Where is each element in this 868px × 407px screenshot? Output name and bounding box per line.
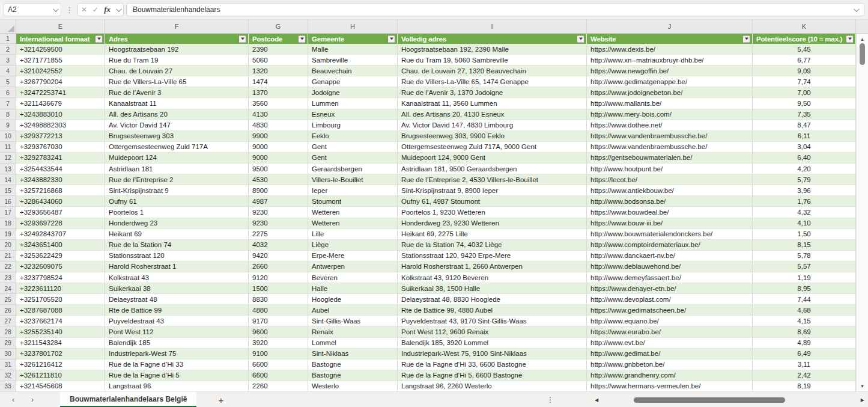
horizontal-scrollbar-thumb[interactable] — [634, 397, 785, 403]
cell-internationaal-formaat[interactable]: +3243883010 — [16, 109, 105, 120]
row-number[interactable]: 24 — [0, 283, 16, 294]
cell-gemeente[interactable]: Stoumont — [308, 196, 398, 207]
cell-website[interactable]: https://www.dexis.be/ — [587, 44, 753, 55]
cell-postcode[interactable]: 4830 — [249, 120, 308, 131]
cell-website[interactable]: https://www.vandenbraembussche.be/ — [587, 131, 753, 142]
cell-postcode[interactable]: 1474 — [249, 76, 308, 87]
cell-volledig-adres[interactable]: Chau. de Louvain 27, 1320 Beauvechain — [398, 66, 587, 76]
row-number[interactable]: 19 — [0, 229, 16, 240]
cell-potentieelscore[interactable]: 4,20 — [753, 164, 856, 174]
filter-dropdown-icon[interactable] — [742, 35, 750, 43]
cell-internationaal-formaat[interactable]: +3267790204 — [16, 76, 105, 87]
name-box[interactable]: A2 — [4, 3, 61, 16]
prev-sheet-icon[interactable]: ‹ — [10, 392, 17, 407]
cell-internationaal-formaat[interactable]: +3257216868 — [16, 185, 105, 196]
cell-gemeente[interactable]: Gent — [308, 153, 398, 164]
column-header-e[interactable]: E — [16, 20, 105, 33]
cell-internationaal-formaat[interactable]: +3261211810 — [16, 370, 105, 381]
row-number[interactable]: 29 — [0, 338, 16, 349]
cell-volledig-adres[interactable]: Astridlaan 181, 9500 Geraardsbergen — [398, 164, 587, 174]
header-cell-potentieelscore[interactable]: Potentieelscore (10 = max.) — [753, 34, 856, 44]
cell-postcode[interactable]: 4987 — [249, 196, 308, 207]
column-header-f[interactable]: F — [105, 20, 249, 33]
column-header-g[interactable]: G — [249, 20, 308, 33]
cell-internationaal-formaat[interactable]: +3232609075 — [16, 262, 105, 272]
cell-internationaal-formaat[interactable]: +3251705520 — [16, 294, 105, 305]
cell-internationaal-formaat[interactable]: +3211543284 — [16, 338, 105, 349]
cell-potentieelscore[interactable]: 7,74 — [753, 76, 856, 87]
cell-adres[interactable]: Honderdweg 23 — [105, 218, 249, 229]
cell-internationaal-formaat[interactable]: +3237662174 — [16, 316, 105, 326]
vertical-scrollbar[interactable]: ▲ ▼ — [856, 34, 868, 391]
cell-website[interactable]: https://lecot.be/ — [587, 174, 753, 185]
cell-website[interactable]: http://www.gedimat.be/ — [587, 349, 753, 360]
sheet-tab-active[interactable]: Bouwmaterialenhandelaars België — [60, 392, 196, 407]
cell-website[interactable]: http://www.mallants.be/ — [587, 98, 753, 109]
cell-adres[interactable]: Brugsesteenweg 303 — [105, 131, 249, 142]
cell-volledig-adres[interactable]: Harold Rosherstraat 1, 2660 Antwerpen — [398, 262, 587, 272]
cell-volledig-adres[interactable]: Pont West 112, 9600 Renaix — [398, 326, 587, 337]
cell-gemeente[interactable]: Esneux — [308, 109, 398, 120]
cell-gemeente[interactable]: Gent — [308, 142, 398, 153]
cell-gemeente[interactable]: Sint-Gillis-Waas — [308, 316, 398, 326]
cell-adres[interactable]: Rue du Tram 19 — [105, 55, 249, 66]
cell-gemeente[interactable]: Wetteren — [308, 218, 398, 229]
cell-postcode[interactable]: 9170 — [249, 316, 308, 326]
cell-adres[interactable]: Rue de la Station 74 — [105, 240, 249, 251]
cell-gemeente[interactable]: Lommel — [308, 338, 398, 349]
cell-potentieelscore[interactable]: 4,68 — [753, 305, 856, 316]
cell-postcode[interactable]: 9000 — [249, 153, 308, 164]
chevron-down-icon[interactable] — [53, 6, 59, 12]
cell-potentieelscore[interactable]: 9,50 — [753, 98, 856, 109]
cell-volledig-adres[interactable]: Balendijk 185, 3920 Lommel — [398, 338, 587, 349]
cell-website[interactable]: http://www.evt.be/ — [587, 338, 753, 349]
cell-potentieelscore[interactable]: 5,45 — [753, 44, 856, 55]
row-number[interactable]: 15 — [0, 185, 16, 196]
cell-adres[interactable]: Balendijk 185 — [105, 338, 249, 349]
cell-website[interactable]: http://www.equano.be/ — [587, 316, 753, 326]
row-number[interactable]: 6 — [0, 87, 16, 98]
cell-gemeente[interactable]: Jodoigne — [308, 87, 398, 98]
cell-volledig-adres[interactable]: Av. Victor David 147, 4830 Limbourg — [398, 120, 587, 131]
row-number[interactable]: 14 — [0, 174, 16, 185]
cell-volledig-adres[interactable]: Brugsesteenweg 303, 9900 Eeklo — [398, 131, 587, 142]
cell-gemeente[interactable]: Bastogne — [308, 360, 398, 370]
row-number[interactable]: 22 — [0, 262, 16, 272]
vertical-scrollbar-thumb[interactable] — [860, 43, 865, 65]
next-sheet-icon[interactable]: › — [29, 392, 36, 407]
cell-gemeente[interactable]: Lummen — [308, 98, 398, 109]
column-header-j[interactable]: J — [587, 20, 753, 33]
cell-adres[interactable]: All. des Artisans 20 — [105, 109, 249, 120]
cell-adres[interactable]: Ottergemsesteenweg Zuid 717A — [105, 142, 249, 153]
cell-potentieelscore[interactable]: 7,35 — [753, 109, 856, 120]
cell-gemeente[interactable]: Halle — [308, 283, 398, 294]
cell-adres[interactable]: Delaeystraat 48 — [105, 294, 249, 305]
cell-volledig-adres[interactable]: Rue du Tram 19, 5060 Sambreville — [398, 55, 587, 66]
cell-internationaal-formaat[interactable]: +32498882303 — [16, 120, 105, 131]
cell-postcode[interactable]: 6600 — [249, 360, 308, 370]
cell-gemeente[interactable]: Sint-Niklaas — [308, 349, 398, 360]
cell-adres[interactable]: Oufny 61 — [105, 196, 249, 207]
cell-adres[interactable]: Industriepark-West 75 — [105, 349, 249, 360]
cell-website[interactable]: http://www.bodsonsa.be/ — [587, 196, 753, 207]
cell-adres[interactable]: Chau. de Louvain 27 — [105, 66, 249, 76]
cell-potentieelscore[interactable]: 6,11 — [753, 131, 856, 142]
filter-dropdown-icon[interactable] — [387, 35, 395, 43]
cell-gemeente[interactable]: Ieper — [308, 185, 398, 196]
cell-volledig-adres[interactable]: All. des Artisans 20, 4130 Esneux — [398, 109, 587, 120]
cell-potentieelscore[interactable]: 9,09 — [753, 66, 856, 76]
cell-postcode[interactable]: 1500 — [249, 283, 308, 294]
cell-postcode[interactable]: 9420 — [249, 251, 308, 262]
cell-internationaal-formaat[interactable]: +3237801702 — [16, 349, 105, 360]
cell-adres[interactable]: Hoogstraatsebaan 192 — [105, 44, 249, 55]
cell-volledig-adres[interactable]: Rue de l’Entreprise 2, 4530 Villers-le-B… — [398, 174, 587, 185]
row-number[interactable]: 13 — [0, 164, 16, 174]
row-number[interactable]: 25 — [0, 294, 16, 305]
cell-website[interactable]: http://www.gedimatgenappe.be/ — [587, 76, 753, 87]
cell-gemeente[interactable]: Eeklo — [308, 131, 398, 142]
cell-volledig-adres[interactable]: Oufny 61, 4987 Stoumont — [398, 196, 587, 207]
cell-internationaal-formaat[interactable]: +3292783241 — [16, 153, 105, 164]
column-header-h[interactable]: H — [308, 20, 398, 33]
cell-gemeente[interactable]: Antwerpen — [308, 262, 398, 272]
cell-gemeente[interactable]: Renaix — [308, 326, 398, 337]
